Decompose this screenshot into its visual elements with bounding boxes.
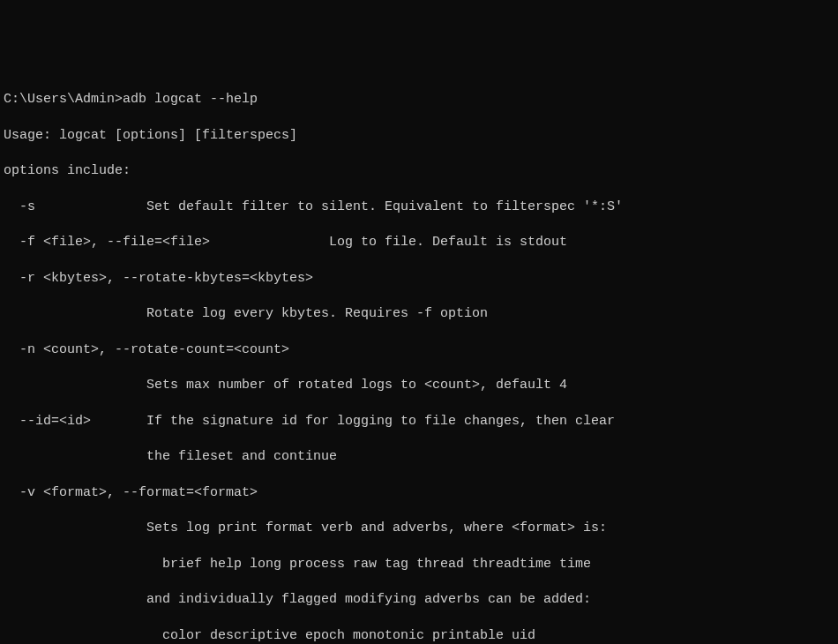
- help-line: -r <kbytes>, --rotate-kbytes=<kbytes>: [4, 270, 834, 288]
- help-line: -n <count>, --rotate-count=<count>: [4, 341, 834, 359]
- command-line: C:\Users\Admin>adb logcat --help: [4, 91, 834, 109]
- help-line: the fileset and continue: [4, 448, 834, 466]
- help-line: Rotate log every kbytes. Requires -f opt…: [4, 305, 834, 323]
- help-line: --id=<id> If the signature id for loggin…: [4, 413, 834, 431]
- help-line: color descriptive epoch monotonic printa…: [4, 627, 834, 644]
- help-line: -s Set default filter to silent. Equival…: [4, 198, 834, 216]
- help-line: Sets max number of rotated logs to <coun…: [4, 377, 834, 394]
- prompt: C:\Users\Admin>: [4, 92, 123, 107]
- help-line: -f <file>, --file=<file> Log to file. De…: [4, 234, 834, 251]
- help-line: -v <format>, --format=<format>: [4, 484, 834, 502]
- command-text: adb logcat --help: [123, 92, 258, 107]
- options-header: options include:: [4, 162, 834, 180]
- terminal-output: C:\Users\Admin>adb logcat --help Usage: …: [4, 73, 834, 644]
- help-line: Sets log print format verb and adverbs, …: [4, 520, 834, 537]
- usage-line: Usage: logcat [options] [filterspecs]: [4, 127, 834, 145]
- help-line: and individually flagged modifying adver…: [4, 591, 834, 609]
- help-line: brief help long process raw tag thread t…: [4, 556, 834, 573]
